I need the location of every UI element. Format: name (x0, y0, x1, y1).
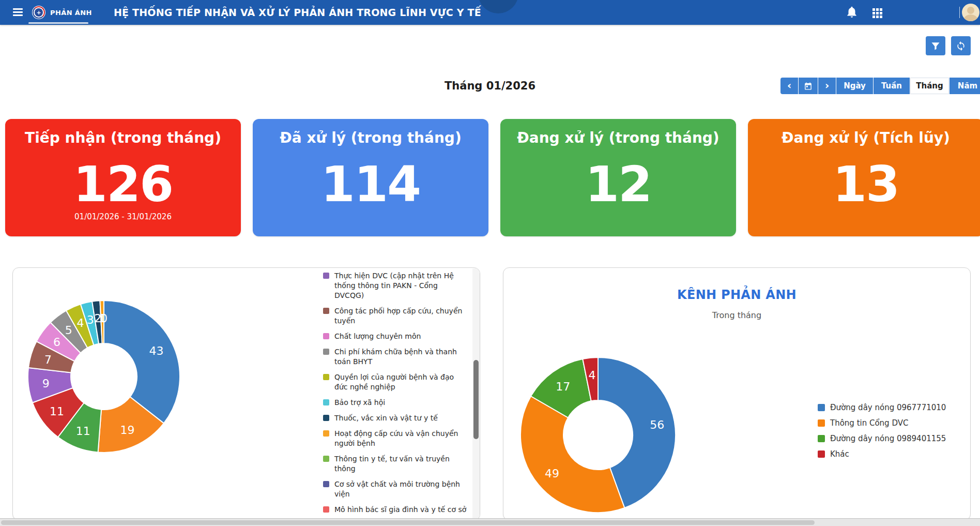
stat-card-title: Đã xử lý (trong tháng) (253, 130, 488, 146)
legend-item[interactable]: Chất lượng chuyên môn (323, 332, 468, 341)
previous-period-button[interactable]: ‹ (780, 78, 798, 94)
legend-swatch (323, 399, 329, 405)
legend-label: Khác (830, 450, 849, 459)
legend-label: Mô hình bác sĩ gia đình và y tế cơ sở (334, 505, 466, 515)
chevron-left-icon: ‹ (787, 79, 791, 92)
legend-item[interactable]: Khác (818, 450, 968, 459)
active-nav-underline (28, 22, 88, 24)
slice-value-label: 9 (42, 377, 50, 390)
legend-item[interactable]: Thông tin y tế, tư vấn và truyền thông (323, 454, 468, 474)
stat-card-tiep-nhan-trong-thang-: Tiếp nhận (trong tháng)12601/01/2026 - 3… (5, 119, 241, 236)
slice-value-label: 5 (65, 324, 72, 337)
hamburger-menu-icon[interactable] (13, 8, 23, 16)
legend-swatch (323, 481, 329, 487)
legend-item[interactable]: Thông tin Cổng DVC (818, 419, 968, 428)
stat-card-dang-xu-ly-tich-luy-: Đang xử lý (Tích lũy)13 (748, 119, 980, 236)
apps-grid-icon[interactable] (872, 7, 884, 19)
legend-swatch (323, 308, 329, 314)
view-mode-switcher: NgàyTuầnThángNăm (836, 78, 980, 94)
stat-card-value: 12 (500, 159, 736, 209)
legend-swatch (323, 456, 329, 462)
view-button-ngay[interactable]: Ngày (836, 78, 873, 94)
legend-scrollbar-track[interactable] (472, 268, 480, 519)
slice-value-label: 7 (44, 353, 52, 366)
navbar-divider (959, 7, 960, 18)
donut-slice[interactable] (520, 396, 624, 513)
legend-label: Đường dây nóng 0967771010 (830, 403, 946, 412)
legend-item[interactable]: Chi phí khám chữa bệnh và thanh toán BHY… (323, 347, 468, 367)
legend-swatch (323, 415, 329, 421)
legend-swatch (323, 374, 329, 380)
avatar-body-shape (964, 14, 977, 21)
legend-label: Quyền lợi của người bệnh và đạo đức nghề… (334, 372, 468, 392)
category-chart-legend: Thực hiện DVC (cập nhật trên Hệ thống th… (323, 271, 468, 519)
legend-swatch (818, 419, 825, 427)
slice-value-label: 19 (120, 424, 135, 437)
dashboard-page: + PHẢN ÁNH HỆ THỐNG TIẾP NHẬN VÀ XỬ LÝ P… (0, 0, 980, 526)
date-navigation: ‹ › NgàyTuầnThángNăm (780, 78, 980, 94)
horizontal-scrollbar-track[interactable] (0, 518, 980, 526)
stat-card-da-xu-ly-trong-thang-: Đã xử lý (trong tháng)114 (253, 119, 488, 236)
legend-label: Thông tin Cổng DVC (830, 419, 908, 428)
stat-card-value: 114 (253, 159, 488, 209)
legend-label: Công tác phối hợp cấp cứu, chuyển tuyến (334, 306, 468, 326)
stat-card-value: 13 (748, 159, 980, 209)
top-navbar: + PHẢN ÁNH HỆ THỐNG TIẾP NHẬN VÀ XỬ LÝ P… (0, 0, 980, 25)
stat-card-title: Đang xử lý (trong tháng) (500, 130, 736, 146)
legend-item[interactable]: Công tác phối hợp cấp cứu, chuyển tuyến (323, 306, 468, 326)
legend-label: Hoạt động cấp cứu và vận chuyển người bệ… (334, 429, 468, 448)
legend-item[interactable]: Bảo trợ xã hội (323, 398, 468, 408)
legend-swatch (818, 404, 825, 411)
slice-value-label: 4 (76, 317, 84, 329)
brand[interactable]: + PHẢN ÁNH (32, 0, 92, 25)
legend-item[interactable]: Cơ sở vật chất và môi trường bệnh viện (323, 479, 468, 499)
legend-scrollbar-thumb[interactable] (473, 360, 479, 439)
stat-card-value: 126 (5, 159, 241, 209)
user-avatar[interactable] (962, 4, 979, 21)
legend-item[interactable]: Mô hình bác sĩ gia đình và y tế cơ sở (323, 505, 468, 515)
stat-card-dang-xu-ly-trong-thang-: Đang xử lý (trong tháng)12 (500, 119, 736, 236)
stat-card-daterange: 01/01/2026 - 31/01/2026 (5, 212, 241, 221)
next-period-button[interactable]: › (818, 78, 836, 94)
legend-item[interactable]: Quyền lợi của người bệnh và đạo đức nghề… (323, 372, 468, 392)
category-chart-card: 43191111976543210 Thực hiện DVC (cập nhậ… (12, 267, 480, 520)
stat-card-daterange (500, 212, 736, 221)
legend-swatch (323, 273, 329, 279)
slice-value-label: 11 (50, 405, 64, 418)
channel-chart-card: KÊNH PHẢN ÁNH Trong tháng 5649174 Đường … (503, 267, 971, 520)
chevron-right-icon: › (825, 79, 829, 92)
legend-item[interactable]: Thực hiện DVC (cập nhật trên Hệ thống th… (323, 271, 468, 300)
legend-item[interactable]: Thuốc, vắc xin và vật tư y tế (323, 413, 468, 423)
legend-label: Đường dây nóng 0989401155 (830, 434, 946, 443)
slice-value-label: 11 (76, 425, 90, 438)
filter-button[interactable] (926, 36, 945, 55)
filter-icon (930, 41, 941, 51)
slice-value-label: 4 (589, 369, 596, 382)
legend-item[interactable]: Đường dây nóng 0967771010 (818, 403, 968, 412)
channel-donut-chart: 5649174 (503, 268, 970, 520)
legend-label: Cơ sở vật chất và môi trường bệnh viện (334, 479, 468, 499)
view-button-thang[interactable]: Tháng (910, 78, 949, 94)
view-button-nam[interactable]: Năm (950, 78, 980, 94)
calendar-button[interactable] (799, 78, 818, 94)
legend-label: Thực hiện DVC (cập nhật trên Hệ thống th… (334, 271, 468, 300)
donut-slice[interactable] (104, 300, 180, 423)
notifications-bell-icon[interactable] (845, 5, 859, 20)
ministry-of-health-logo-icon: + (32, 6, 45, 19)
avatar-head-shape (967, 7, 974, 14)
legend-item[interactable]: Hoạt động cấp cứu và vận chuyển người bệ… (323, 429, 468, 448)
legend-label: Chất lượng chuyên môn (334, 332, 421, 341)
legend-label: Chi phí khám chữa bệnh và thanh toán BHY… (334, 347, 468, 367)
legend-swatch (323, 333, 329, 339)
stat-card-daterange (253, 212, 488, 221)
legend-swatch (818, 450, 825, 458)
slice-value-label: 0 (100, 312, 108, 325)
horizontal-scrollbar-thumb[interactable] (1, 520, 815, 525)
legend-swatch (323, 506, 329, 513)
view-button-tuan[interactable]: Tuần (874, 78, 910, 94)
legend-item[interactable]: Đường dây nóng 0989401155 (818, 434, 968, 443)
refresh-button[interactable] (951, 36, 971, 55)
legend-swatch (323, 349, 329, 355)
navbar-decoration-circle (478, 0, 518, 13)
legend-label: Bảo trợ xã hội (334, 398, 385, 408)
